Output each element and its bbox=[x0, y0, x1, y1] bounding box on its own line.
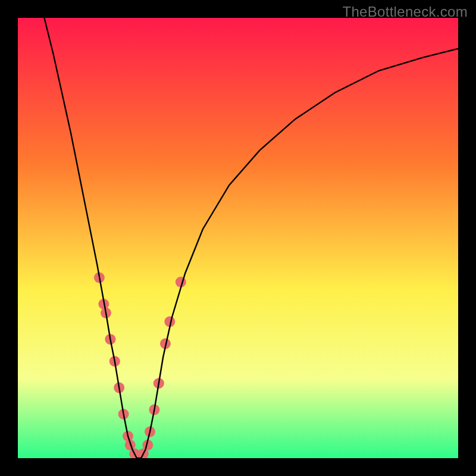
plot-area bbox=[18, 18, 458, 458]
gradient-background bbox=[18, 18, 458, 458]
svg-rect-0 bbox=[18, 18, 458, 458]
chart-frame: TheBottleneck.com bbox=[0, 0, 476, 476]
